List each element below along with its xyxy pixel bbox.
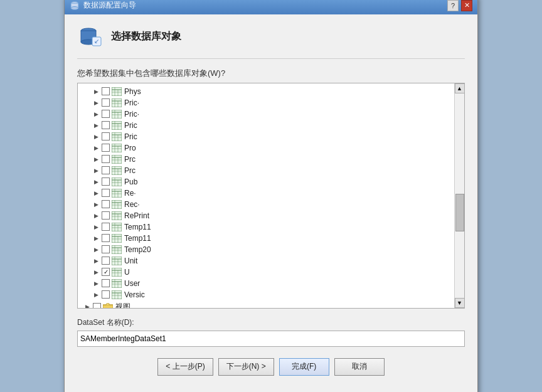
tree-checkbox[interactable] [102,132,110,140]
svg-rect-33 [112,144,122,152]
tree-item[interactable]: ▶ Prc [78,154,454,165]
next-button[interactable]: 下一步(N) > [218,358,274,376]
tree-item[interactable]: ▶ 视图 [78,300,454,308]
tree-checkbox[interactable] [102,144,110,152]
table-icon [112,144,122,152]
expander-icon[interactable]: ▶ [92,245,100,254]
tree-item[interactable]: ▶ Phys [78,86,454,97]
tree-item[interactable]: ▶ Rec· [78,199,454,210]
tree-item[interactable]: ▶ Temp20 [78,244,454,255]
expander-icon[interactable]: ▶ [92,200,100,209]
tree-checkbox[interactable] [102,177,110,186]
tree-item-label: Rec· [124,200,140,209]
tree-checkbox[interactable] [102,223,110,231]
expander-icon[interactable]: ▶ [92,166,100,175]
close-button[interactable]: ✕ [461,0,472,11]
tree-checkbox[interactable] [93,303,101,308]
tree-container[interactable]: ▶ Phys▶ Pric·▶ Pric·▶ [77,83,465,309]
tree-checkbox[interactable] [102,98,110,107]
table-icon [112,177,122,186]
tree-item[interactable]: ▶ Re· [78,188,454,199]
section-question: 您希望数据集中包含哪些数据库对象(W)? [77,68,465,79]
tree-item-label: Re· [124,189,136,198]
expander-icon[interactable]: ▶ [92,144,100,152]
expander-icon[interactable]: ▶ [92,87,100,96]
table-icon [112,110,122,119]
table-icon [112,268,122,277]
tree-checkbox[interactable]: ✓ [102,268,110,276]
tree-item-label: Versic [124,290,145,299]
svg-rect-38 [112,155,122,164]
svg-rect-8 [112,87,122,96]
scroll-up-arrow[interactable]: ▲ [455,83,465,93]
dialog-body: ↙ 选择数据库对象 您希望数据集中包含哪些数据库对象(W)? ▶ Phys▶ [65,14,477,393]
scrollbar[interactable]: ▲ ▼ [454,83,464,308]
tree-content[interactable]: ▶ Phys▶ Pric·▶ Pric·▶ [78,83,454,308]
tree-item[interactable]: ▶ Temp11 [78,221,454,233]
tree-checkbox[interactable] [102,257,110,265]
expander-icon[interactable]: ▶ [92,121,100,130]
expander-icon[interactable]: ▶ [92,290,100,299]
tree-item-label: Pric· [124,98,139,107]
tree-item-label: Pric [124,121,137,130]
svg-rect-93 [112,279,122,288]
table-icon [112,234,122,243]
expander-icon[interactable]: ▶ [92,98,100,107]
titlebar-title: 数据源配置向导 [83,0,136,11]
expander-icon[interactable]: ▶ [92,110,100,119]
tree-checkbox[interactable] [102,189,110,197]
svg-rect-78 [112,245,122,254]
svg-rect-23 [112,121,122,130]
svg-rect-53 [112,189,122,198]
header-section: ↙ 选择数据库对象 [77,24,465,59]
expander-icon[interactable]: ▶ [92,234,100,243]
tree-checkbox[interactable] [102,166,110,174]
dataset-input[interactable] [77,331,465,347]
tree-checkbox[interactable] [102,110,110,118]
tree-item[interactable]: ▶ User [78,278,454,289]
back-button[interactable]: < 上一步(P) [157,358,213,376]
tree-item[interactable]: ▶ Versic [78,289,454,300]
expander-icon[interactable]: ▶ [92,223,100,231]
expander-icon[interactable]: ▶ [83,302,92,308]
expander-icon[interactable]: ▶ [92,257,100,265]
expander-icon[interactable]: ▶ [92,177,100,186]
tree-item[interactable]: ▶ Temp11 [78,233,454,244]
tree-item[interactable]: ▶ RePrint [78,210,454,221]
tree-item[interactable]: ▶ Pric· [78,109,454,120]
tree-checkbox[interactable] [102,87,110,95]
tree-checkbox[interactable] [102,234,110,242]
svg-point-2 [71,6,78,9]
tree-checkbox[interactable] [102,155,110,163]
svg-rect-83 [112,257,122,265]
tree-item[interactable]: ▶✓ U [78,267,454,278]
tree-item[interactable]: ▶ Pro [78,142,454,154]
tree-item-label: Pric· [124,110,139,119]
expander-icon[interactable]: ▶ [92,155,100,164]
expander-icon[interactable]: ▶ [92,132,100,141]
help-button[interactable]: ? [447,0,459,11]
table-icon [112,98,122,107]
tree-checkbox[interactable] [102,290,110,299]
expander-icon[interactable]: ▶ [92,189,100,198]
tree-item[interactable]: ▶ Prc [78,165,454,176]
expander-icon[interactable]: ▶ [92,279,100,288]
tree-item[interactable]: ▶ Unit [78,255,454,267]
expander-icon[interactable]: ▶ [92,211,100,220]
scrollbar-thumb[interactable] [455,194,464,231]
cancel-button[interactable]: 取消 [334,358,385,376]
tree-item[interactable]: ▶ Pric· [78,97,454,109]
tree-checkbox[interactable] [102,121,110,129]
scroll-down-arrow[interactable]: ▼ [455,298,465,308]
tree-item[interactable]: ▶ Pric [78,131,454,142]
tree-checkbox[interactable] [102,200,110,208]
finish-button[interactable]: 完成(F) [279,358,329,376]
expander-icon[interactable]: ▶ [92,268,100,277]
tree-checkbox[interactable] [102,245,110,253]
tree-checkbox[interactable] [102,211,110,220]
tree-item-label: Pub [124,177,137,186]
tree-item[interactable]: ▶ Pub [78,176,454,188]
tree-checkbox[interactable] [102,279,110,287]
db-icon: ↙ [77,24,102,50]
tree-item[interactable]: ▶ Pric [78,120,454,131]
